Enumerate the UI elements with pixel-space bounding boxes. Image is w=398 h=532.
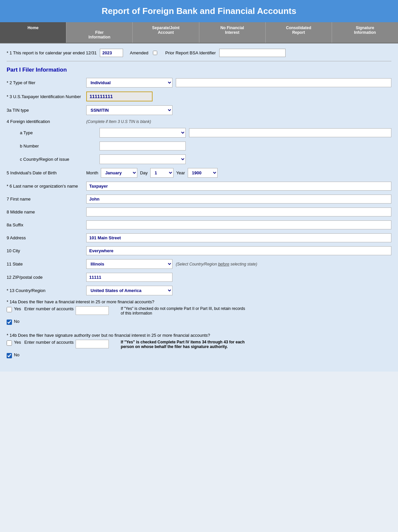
dob-month-select[interactable]: JanuaryFebruaryMarch AprilMayJune JulyAu… — [101, 168, 137, 178]
address-row: 9 Address — [7, 233, 391, 242]
amended-label: Amended — [130, 50, 148, 55]
state-note: (Select Country/Region before selecting … — [176, 262, 257, 266]
tin-label: * 3 U.S.Taxpayer Identification Number — [7, 94, 83, 99]
nav-home[interactable]: Home — [0, 22, 66, 43]
dob-row: 5 Individual's Date of Birth Month Janua… — [7, 168, 391, 178]
type-of-filer-row: * 2 Type of filer Individual Corporation… — [7, 78, 391, 88]
tin-type-label: 3a TIN type — [7, 108, 83, 113]
middle-name-row: 8 Middle name — [7, 207, 391, 216]
dob-label: 5 Individual's Date of Birth — [7, 170, 83, 175]
foreign-id-row: 4 Foreign identification (Complete if It… — [7, 119, 391, 124]
state-row: 11 State Illinois Alabama Alaska Arizona… — [7, 259, 391, 269]
state-select[interactable]: Illinois Alabama Alaska Arizona Californ… — [86, 259, 172, 269]
bsa-identifier-input[interactable] — [219, 49, 286, 57]
q14a-yes-row: Yes Enter number of accounts — [7, 306, 109, 315]
city-input[interactable] — [86, 246, 391, 255]
year-label: Year — [176, 170, 185, 175]
tin-type-row: 3a TIN type SSN/ITIN EIN — [7, 105, 391, 115]
first-name-label: 7 First name — [7, 197, 83, 202]
country-row: * 13 Country/Region United States of Ame… — [7, 286, 391, 295]
type-of-filer-label: * 2 Type of filer — [7, 80, 83, 85]
middle-name-input[interactable] — [86, 207, 391, 216]
amended-checkbox[interactable] — [153, 51, 157, 55]
foreign-id-number-input[interactable] — [100, 142, 186, 150]
suffix-input[interactable] — [86, 220, 391, 229]
q14a-yes-checkbox[interactable] — [7, 307, 12, 312]
q14a-block: * 14a Does the filer have a financial in… — [7, 299, 391, 327]
foreign-id-country-select[interactable] — [100, 154, 186, 164]
q14b-question: * 14b Does the filer have signature auth… — [7, 333, 391, 338]
type-of-filer-extra-input[interactable] — [176, 78, 391, 87]
report-year-section: * 1 This report is for calendar year end… — [7, 49, 391, 61]
q14b-yes-label: Yes — [14, 340, 21, 345]
q14a-no-label: No — [14, 319, 20, 324]
type-of-filer-select[interactable]: Individual Corporation Partnership Trust — [86, 78, 172, 88]
q14a-count-input[interactable] — [76, 306, 109, 315]
zip-row: 12 ZIP/postal code — [7, 273, 391, 282]
dob-controls: Month JanuaryFebruaryMarch AprilMayJune … — [86, 168, 218, 178]
nav-consolidated[interactable]: ConsolidatedReport — [266, 22, 332, 43]
dob-day-select[interactable]: 12345 678910 1112131415 1617181920 21222… — [150, 168, 173, 178]
foreign-id-type-select[interactable] — [100, 128, 186, 138]
q14b-enter-label: Enter number of accounts — [24, 340, 74, 345]
foreign-id-country-row: c Country/Region of issue — [20, 154, 391, 164]
address-label: 9 Address — [7, 235, 83, 240]
navigation-bar: Home FilerInformation Separate/JointAcco… — [0, 22, 398, 43]
q14a-question: * 14a Does the filer have a financial in… — [7, 299, 391, 304]
foreign-id-country-label: c Country/Region of issue — [20, 157, 96, 162]
form-content: * 1 This report is for calendar year end… — [0, 43, 398, 372]
country-label: * 13 Country/Region — [7, 288, 83, 293]
q14b-no-row: No — [7, 352, 109, 358]
suffix-row: 8a Suffix — [7, 220, 391, 229]
q14b-count-input[interactable] — [76, 340, 109, 348]
tin-input[interactable] — [86, 91, 153, 101]
q14b-no-checkbox[interactable] — [7, 353, 12, 358]
foreign-id-note: (Complete if Item 3 U.S TIN is blank) — [86, 119, 151, 124]
part1-heading: Part I Filer Information — [7, 67, 391, 73]
q14a-enter-label: Enter number of accounts — [24, 306, 74, 311]
country-select[interactable]: United States of America Canada Mexico U… — [86, 286, 172, 295]
middle-name-label: 8 Middle name — [7, 209, 83, 214]
tin-type-select[interactable]: SSN/ITIN EIN — [86, 105, 172, 115]
bsa-label: Prior Report BSA Identifier — [165, 50, 216, 55]
state-label: 11 State — [7, 262, 83, 266]
nav-separate-joint[interactable]: Separate/JointAccount — [133, 22, 199, 43]
address-input[interactable] — [86, 233, 391, 242]
q14a-info: If "Yes" is checked do not complete Part… — [121, 306, 247, 316]
header-title: Report of Foreign Bank and Financial Acc… — [102, 6, 297, 16]
foreign-id-label: 4 Foreign identification — [7, 119, 83, 124]
q14b-block: * 14b Does the filer have signature auth… — [7, 333, 391, 361]
q14b-no-label: No — [14, 352, 20, 357]
city-row: 10 City — [7, 246, 391, 255]
q14a-no-row: No — [7, 319, 109, 325]
first-name-input[interactable] — [86, 195, 391, 204]
suffix-label: 8a Suffix — [7, 222, 83, 227]
last-name-input[interactable] — [86, 182, 391, 191]
day-label: Day — [140, 170, 148, 175]
nav-signature[interactable]: SignatureInformation — [332, 22, 398, 43]
q14a-no-checkbox[interactable] — [7, 320, 12, 325]
zip-input[interactable] — [86, 273, 172, 282]
month-label: Month — [86, 170, 98, 175]
city-label: 10 City — [7, 248, 83, 253]
page-header: Report of Foreign Bank and Financial Acc… — [0, 0, 398, 22]
foreign-id-number-row: b Number — [20, 142, 391, 150]
nav-filer-information[interactable]: FilerInformation — [66, 22, 133, 43]
q14a-yes-label: Yes — [14, 306, 21, 311]
dob-year-select[interactable]: 1900 — [188, 168, 218, 178]
report-year-input[interactable] — [100, 49, 123, 57]
tin-row: * 3 U.S.Taxpayer Identification Number — [7, 91, 391, 101]
q14b-info: If "Yes" is checked Complete Part IV ite… — [121, 340, 247, 349]
first-name-row: 7 First name — [7, 195, 391, 204]
foreign-id-number-label: b Number — [20, 144, 96, 148]
foreign-id-type-label: a Type — [20, 130, 96, 135]
foreign-id-type-row: a Type — [20, 128, 391, 138]
q14b-yes-row: Yes Enter number of accounts — [7, 340, 109, 348]
zip-label: 12 ZIP/postal code — [7, 275, 83, 280]
last-name-label: * 6 Last name or organization's name — [7, 184, 83, 189]
report-year-label: * 1 This report is for calendar year end… — [7, 50, 97, 55]
q14b-yes-checkbox[interactable] — [7, 340, 12, 346]
nav-no-financial[interactable]: No FinancialInterest — [199, 22, 266, 43]
foreign-id-type-input[interactable] — [189, 128, 391, 137]
last-name-row: * 6 Last name or organization's name — [7, 182, 391, 191]
